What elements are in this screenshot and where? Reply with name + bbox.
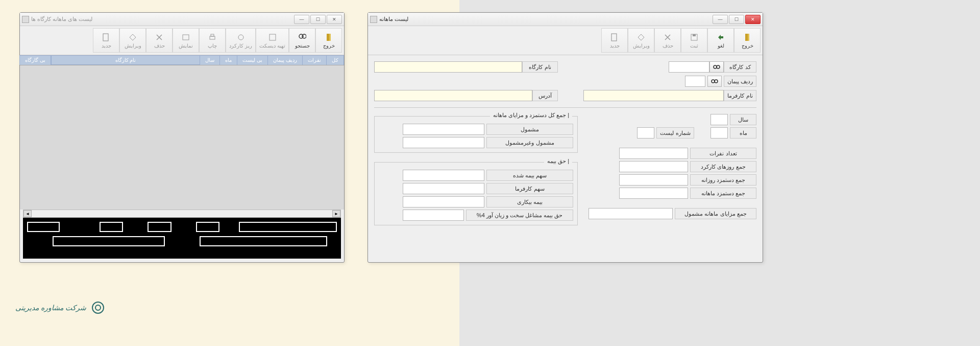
toolbar-new[interactable]: جدید xyxy=(93,28,119,53)
tab-3[interactable]: ماه xyxy=(219,55,237,65)
year-input[interactable] xyxy=(710,114,728,125)
svg-point-19 xyxy=(714,65,717,68)
tab-5[interactable]: ردیف پیمان xyxy=(267,55,303,65)
summary-box xyxy=(148,222,171,232)
workshop-name-input[interactable] xyxy=(374,61,522,73)
daily-wage-label: جمع دستمزد روزانه xyxy=(690,174,756,186)
list-no-input[interactable] xyxy=(637,127,654,139)
logo-icon xyxy=(90,300,106,315)
toolbar-print[interactable]: چاپ xyxy=(199,28,226,53)
minimize-button[interactable]: — xyxy=(294,15,309,24)
svg-rect-7 xyxy=(270,34,276,40)
cancel-icon xyxy=(716,33,725,42)
close-button[interactable]: ✕ xyxy=(327,15,342,24)
toolbar-cancel[interactable]: لغو xyxy=(707,28,734,53)
close-button[interactable]: ✕ xyxy=(745,15,761,24)
employer-share-input[interactable] xyxy=(403,183,484,194)
toolbar-exit[interactable]: خروج xyxy=(734,28,761,53)
svg-rect-3 xyxy=(183,35,189,40)
brand-logo: شرکت مشاوره مدیریتی xyxy=(15,300,106,315)
work-days-label: جمع روزهای کارکرد xyxy=(690,161,756,172)
horizontal-scrollbar[interactable]: ◄ ► xyxy=(23,210,341,218)
month-input[interactable] xyxy=(710,127,728,139)
svg-rect-0 xyxy=(103,34,108,41)
binoculars-icon xyxy=(713,63,720,71)
toolbar-exit[interactable]: خروج xyxy=(315,28,342,53)
monthly-benefits-input[interactable] xyxy=(589,208,673,219)
tab-6[interactable]: نفرات xyxy=(302,55,327,65)
scroll-right-icon[interactable]: ► xyxy=(332,210,340,217)
tab-2[interactable]: سال xyxy=(200,55,220,65)
monthly-benefits-label: جمع مزایای ماهانه مشمول xyxy=(675,208,756,219)
workshop-list-window: لیست های ماهانه کارگاه ها — ☐ ✕ جدید ویر… xyxy=(19,12,345,263)
summary-box xyxy=(196,222,219,232)
maximize-button[interactable]: ☐ xyxy=(729,15,744,24)
maximize-button[interactable]: ☐ xyxy=(310,15,326,24)
svg-point-6 xyxy=(238,35,243,40)
edit-icon xyxy=(128,33,137,42)
premium-group-title: | حق بیمه xyxy=(544,158,572,165)
toolbar-edit[interactable]: ویرایش xyxy=(119,28,146,53)
monthly-wage-input[interactable] xyxy=(619,188,688,199)
minimize-button[interactable]: — xyxy=(713,15,728,24)
contract-row-search-button[interactable] xyxy=(707,76,722,87)
svg-rect-4 xyxy=(210,36,215,39)
tab-1[interactable]: نام کارگاه xyxy=(51,55,201,65)
incl-nonincl-input[interactable] xyxy=(403,137,484,148)
toolbar-edit[interactable]: ویرایش xyxy=(628,28,654,53)
total-wage-group: | جمع کل دستمزد و مزایای ماهانه مشمول مش… xyxy=(374,116,578,153)
toolbar-delete[interactable]: حذف xyxy=(654,28,681,53)
summary-box xyxy=(53,236,165,246)
svg-rect-17 xyxy=(745,34,748,41)
exit-icon xyxy=(324,33,333,42)
tab-4[interactable]: بی لیست xyxy=(237,55,268,65)
employer-name-label: نام کارفرما xyxy=(724,90,756,101)
scroll-left-icon[interactable]: ◄ xyxy=(23,210,32,217)
work-days-input[interactable] xyxy=(619,161,688,172)
daily-wage-input[interactable] xyxy=(619,174,688,186)
monthly-list-window: لیست ماهانه — ☐ ✕ جدید ویرایش حذف ثبت لغ… xyxy=(368,12,763,263)
workshop-code-label: کد کارگاه xyxy=(724,61,756,73)
insured-share-input[interactable] xyxy=(403,170,484,181)
employer-name-input[interactable] xyxy=(583,90,724,101)
toolbar-view[interactable]: نمایش xyxy=(173,28,199,53)
hard-job-input[interactable] xyxy=(403,210,464,221)
hard-job-label: حق بیمه مشاغل سخت و زیان آور 4% xyxy=(466,210,573,221)
detail-icon xyxy=(236,33,246,42)
svg-rect-10 xyxy=(327,34,329,41)
workshop-name-label: نام کارگاه xyxy=(522,61,558,73)
new-icon xyxy=(102,33,111,42)
tab-0[interactable]: بی گارگاه xyxy=(19,55,51,65)
search-icon xyxy=(298,33,307,42)
toolbar-search[interactable]: جستجو xyxy=(289,28,315,53)
summary-box xyxy=(239,222,337,232)
save-icon xyxy=(690,33,699,42)
toolbar-new[interactable]: جدید xyxy=(601,28,628,53)
disk-icon xyxy=(268,33,277,42)
view-icon xyxy=(181,33,190,42)
included-label: مشمول xyxy=(486,124,573,135)
unemployment-input[interactable] xyxy=(403,196,484,207)
footer-summary xyxy=(23,218,341,259)
svg-point-22 xyxy=(715,80,718,83)
incl-nonincl-label: مشمول وغیرمشمول xyxy=(486,137,573,148)
toolbar-delete[interactable]: حذف xyxy=(146,28,173,53)
toolbar-save[interactable]: ثبت xyxy=(681,28,707,53)
toolbar-disk[interactable]: تهیه دیسکت xyxy=(256,28,289,53)
workshop-code-search-button[interactable] xyxy=(709,61,724,73)
workshop-code-input[interactable] xyxy=(669,61,709,73)
premium-group: | حق بیمه سهم بیمه شده سهم کارفرما بیمه … xyxy=(374,162,578,225)
contract-row-input[interactable] xyxy=(685,76,705,87)
summary-box xyxy=(100,222,123,232)
form-body: کد کارگاه نام کارگاه ردیف پیمان نام کارف… xyxy=(368,55,763,232)
toolbar-detail[interactable]: ریز کارکرد xyxy=(226,28,256,53)
person-count-input[interactable] xyxy=(619,148,688,159)
insured-share-label: سهم بیمه شده xyxy=(486,170,573,181)
tab-7[interactable]: کل xyxy=(326,55,344,65)
employer-share-label: سهم کارفرما xyxy=(486,183,573,194)
svg-point-20 xyxy=(717,65,720,68)
list-no-label: شماره لیست xyxy=(656,127,694,139)
address-input[interactable] xyxy=(374,90,532,101)
binoculars-icon xyxy=(711,78,718,85)
included-input[interactable] xyxy=(403,124,484,135)
